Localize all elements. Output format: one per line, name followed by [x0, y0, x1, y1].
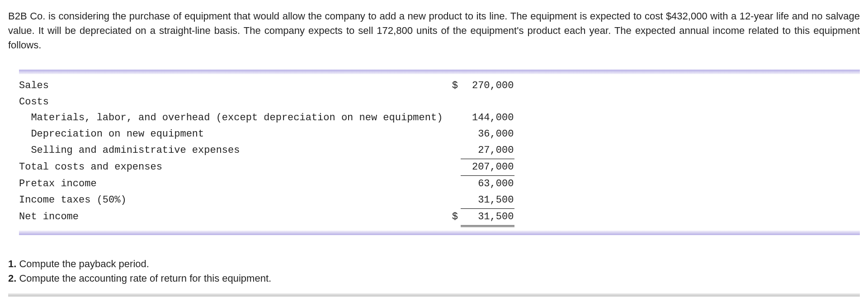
table-top-border	[19, 70, 860, 74]
question-2: 2. Compute the accounting rate of return…	[8, 271, 860, 286]
row-selling: Selling and administrative expenses 27,0…	[19, 142, 860, 159]
val-taxes: 31,500	[461, 192, 514, 208]
table-bottom-border	[19, 231, 860, 235]
q2-text: Compute the accounting rate of return fo…	[16, 273, 271, 284]
label-materials: Materials, labor, and overhead (except d…	[19, 110, 443, 126]
val-total-costs: 207,000	[461, 159, 514, 176]
label-pretax: Pretax income	[19, 176, 443, 192]
row-net-income: Net income $ 31,500	[19, 208, 860, 226]
label-taxes: Income taxes (50%)	[19, 192, 443, 208]
row-costs-header: Costs	[19, 94, 860, 110]
row-taxes: Income taxes (50%) 31,500	[19, 192, 860, 208]
label-costs: Costs	[19, 94, 443, 110]
label-selling: Selling and administrative expenses	[19, 142, 443, 159]
row-materials: Materials, labor, and overhead (except d…	[19, 110, 860, 126]
val-pretax: 63,000	[461, 176, 514, 192]
bottom-divider	[8, 293, 860, 297]
question-1: 1. Compute the payback period.	[8, 257, 860, 271]
q2-number: 2.	[8, 273, 16, 284]
val-materials: 144,000	[461, 110, 514, 126]
val-depreciation: 36,000	[461, 126, 514, 142]
label-sales: Sales	[19, 78, 443, 94]
row-sales: Sales $ 270,000	[19, 78, 860, 94]
cur-net: $	[443, 208, 461, 226]
q1-text: Compute the payback period.	[16, 258, 149, 269]
val-sales: 270,000	[461, 78, 514, 94]
row-pretax: Pretax income 63,000	[19, 176, 860, 192]
label-net: Net income	[19, 208, 443, 226]
label-total-costs: Total costs and expenses	[19, 159, 443, 176]
label-depreciation: Depreciation on new equipment	[19, 126, 443, 142]
cur-sales: $	[443, 78, 461, 94]
q1-number: 1.	[8, 258, 16, 269]
val-selling: 27,000	[461, 142, 514, 159]
problem-intro: B2B Co. is considering the purchase of e…	[8, 9, 860, 52]
val-net: 31,500	[461, 208, 514, 226]
row-depreciation: Depreciation on new equipment 36,000	[19, 126, 860, 142]
questions: 1. Compute the payback period. 2. Comput…	[8, 257, 860, 286]
row-total-costs: Total costs and expenses 207,000	[19, 159, 860, 176]
income-statement: Sales $ 270,000 Costs Materials, labor, …	[19, 70, 860, 235]
